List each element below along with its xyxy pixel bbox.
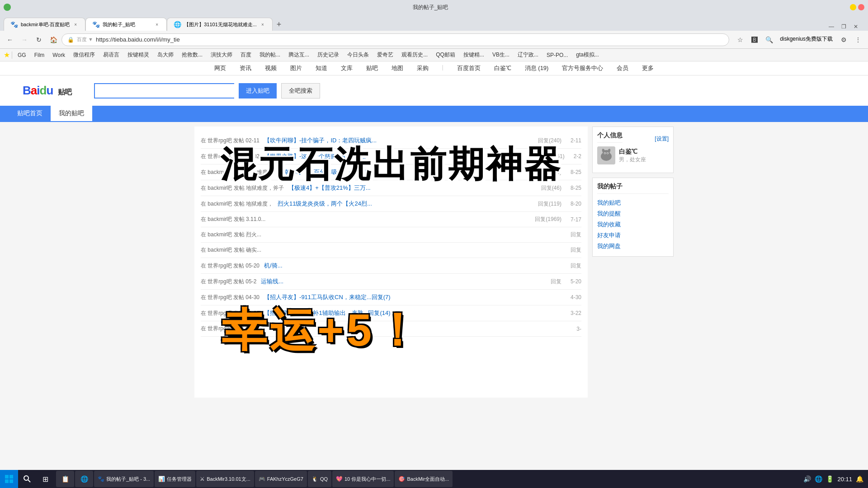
sidebar-link-remind[interactable]: 我的提醒 — [597, 208, 669, 219]
taskbar-item-my-posts[interactable]: 🐾 我的帖子_贴吧 - 3... — [94, 471, 154, 487]
home-btn[interactable]: 🏠 — [47, 33, 60, 46]
bm-vb[interactable]: VB生... — [489, 50, 513, 60]
post-link[interactable]: 机/骑... — [264, 262, 566, 270]
bm-lnzf[interactable]: 辽宁政... — [514, 50, 542, 60]
forward-btn[interactable]: → — [18, 33, 31, 46]
bm-baidu[interactable]: 百度 — [237, 50, 255, 60]
bm-toutiao[interactable]: 今日头条 — [344, 50, 373, 60]
bm-history[interactable]: 历史记录 — [314, 50, 343, 60]
taskbar-icon-format[interactable]: 📋 — [56, 471, 74, 487]
bm-watch[interactable]: 观看历史... — [398, 50, 431, 60]
taskbar-item-backmir2[interactable]: 🎯 BackMir全面自动... — [395, 471, 453, 487]
bm-qiang[interactable]: 抢救数... — [178, 50, 206, 60]
tab-close-2[interactable]: × — [154, 21, 160, 28]
taskbar-item-qq[interactable]: 🐧 QQ — [308, 471, 331, 487]
minimize-btn[interactable] — [850, 4, 856, 10]
nav-image[interactable]: 图片 — [290, 64, 302, 72]
sidebar-link-friend[interactable]: 好友申请 — [597, 230, 669, 241]
nav-zhidao[interactable]: 知道 — [316, 64, 327, 72]
sidebar-link-wdtieba[interactable]: 我的贴吧 — [597, 197, 669, 208]
bm-work[interactable]: Work — [49, 51, 69, 59]
tab-close-3[interactable]: × — [259, 21, 266, 28]
full-search-btn[interactable]: 全吧搜索 — [281, 83, 320, 99]
bm-aiqiyi[interactable]: 爱奇艺 — [373, 50, 397, 60]
tab-my-posts[interactable]: 🐾 我的帖子_贴吧 × — [85, 18, 167, 31]
taskbar-item-task-mgr[interactable]: 📊 任务管理器 — [155, 471, 195, 487]
bm-yy[interactable]: 易语言 — [99, 50, 123, 60]
nav-baidu-home[interactable]: 百度首页 — [457, 64, 481, 72]
start-button[interactable] — [0, 470, 18, 488]
nav-tieba[interactable]: 贴吧 — [366, 64, 378, 72]
bm-film[interactable]: Film — [31, 51, 48, 59]
task-view-btn[interactable]: ⊞ — [36, 470, 54, 488]
back-btn[interactable]: ← — [4, 33, 16, 46]
post-link[interactable]: 【招人寻友】-士队补1辅助输出，来熟...回复(14) — [264, 309, 561, 317]
taskbar-icon-chrome[interactable]: 🌐 — [75, 471, 93, 487]
post-link[interactable]: 【极速4】+【普攻21%】三万... — [288, 184, 537, 192]
nav-wenku[interactable]: 文库 — [341, 64, 353, 72]
extensions-btn[interactable]: ⚙ — [837, 33, 850, 46]
bm-ajjl[interactable]: 按键精灵 — [124, 50, 153, 60]
tray-icon-2[interactable]: 🌐 — [815, 475, 822, 483]
refresh-btn[interactable]: ↻ — [33, 33, 45, 46]
tab-backmir[interactable]: 🐾 backmir单吧-百度贴吧 × — [4, 18, 85, 31]
bm-star[interactable]: ★ — [4, 51, 10, 59]
nav-zixun[interactable]: 资讯 — [240, 64, 251, 72]
nav-official[interactable]: 官方号服务中心 — [562, 64, 603, 72]
nav-more[interactable]: 更多 — [642, 64, 654, 72]
nav-msg[interactable]: 消息 (19) — [525, 64, 549, 72]
settings-link[interactable]: [设置] — [655, 135, 669, 143]
close-btn[interactable] — [858, 4, 864, 10]
url-bar[interactable]: 🔒 百度 ▼ https://tieba.baidu.com/i/i/my_ti… — [61, 33, 729, 46]
notification-center[interactable]: 🔔 — [856, 475, 863, 483]
bm-qq[interactable]: QQ邮箱 — [432, 50, 459, 60]
taskbar-item-backmir[interactable]: ⚔ BackMir3.10.01文... — [196, 471, 254, 487]
bm-dao[interactable]: 岛大师 — [154, 50, 177, 60]
bm-anj[interactable]: 按键精... — [460, 50, 488, 60]
bm-yan[interactable]: 演技大师 — [207, 50, 236, 60]
new-tab-btn[interactable]: + — [273, 18, 285, 31]
taskbar-clock[interactable]: 20:11 — [837, 476, 852, 483]
search-taskbar-btn[interactable] — [18, 470, 36, 488]
post-link[interactable]: 【世界之路】-这是一个慈善水的记录贴... — [264, 152, 537, 160]
tray-icon-1[interactable]: 🔊 — [803, 475, 811, 483]
search-input[interactable] — [94, 83, 234, 99]
bm-sp[interactable]: SP-PO... — [543, 51, 571, 59]
nav-video[interactable]: 视频 — [265, 64, 277, 72]
post-link[interactable]: 运输线... — [261, 277, 546, 286]
tab-close-1[interactable]: × — [72, 21, 79, 28]
bm-gg[interactable]: GG — [14, 51, 30, 59]
bm-wdtie[interactable]: 我的帖... — [256, 50, 284, 60]
tray-icon-3[interactable]: 🔋 — [826, 475, 834, 483]
nav-map[interactable]: 地图 — [392, 64, 403, 72]
enter-tieba-btn[interactable]: 进入贴吧 — [239, 83, 277, 99]
qq-icon: 🐧 — [311, 476, 318, 482]
diskgenius-shortcut[interactable]: diskgenius免费版下载 — [777, 33, 835, 46]
tab-image[interactable]: 🌐 【图片】31101无烟花地就难走... × — [167, 18, 273, 31]
bookmark-btn[interactable]: ☆ — [734, 33, 746, 46]
post-reply: 回复 — [571, 246, 581, 254]
tab-home[interactable]: 贴吧首页 — [9, 106, 51, 122]
bm-gta[interactable]: gta模拟... — [572, 50, 603, 60]
taskbar-item-fak[interactable]: 🎮 FAKhzYczGeG7 — [255, 471, 307, 487]
tab-my-tieba[interactable]: 我的贴吧 — [51, 106, 92, 122]
minimize-window[interactable]: — — [826, 23, 837, 31]
search-nav-btn[interactable]: 🔍 — [763, 33, 775, 46]
close-window[interactable]: ✕ — [851, 23, 861, 31]
baidu-btn[interactable]: 🅱 — [748, 33, 761, 46]
bm-wx[interactable]: 微信程序 — [70, 50, 99, 60]
nav-vip[interactable]: 会员 — [617, 64, 628, 72]
taskbar-item-heart[interactable]: 💖 10 你是我心中一切... — [332, 471, 394, 487]
nav-caigou[interactable]: 采购 — [417, 64, 429, 72]
nav-web[interactable]: 网页 — [214, 64, 226, 72]
post-link[interactable]: 【吹牛闲聊】-挂个骗子，ID：老四玩贼疯... — [264, 136, 533, 145]
post-link[interactable]: 烈火11级龙炎炎级，两个【火24烈... — [278, 200, 533, 208]
post-link[interactable]: 【招人寻友】-911工马队收CN，来稳定...回复(7) — [264, 293, 561, 301]
bm-tengda[interactable]: 腾达互... — [285, 50, 313, 60]
restore-window[interactable]: ❐ — [839, 23, 849, 31]
menu-btn[interactable]: ⋮ — [852, 33, 864, 46]
sidebar-link-collect[interactable]: 我的收藏 — [597, 219, 669, 230]
nav-username[interactable]: 白鉴℃ — [494, 64, 511, 72]
sidebar-link-disk[interactable]: 我的网盘 — [597, 241, 669, 252]
post-link[interactable]: 【幸运3】+【百分比吸血】+【运3... — [278, 168, 537, 176]
